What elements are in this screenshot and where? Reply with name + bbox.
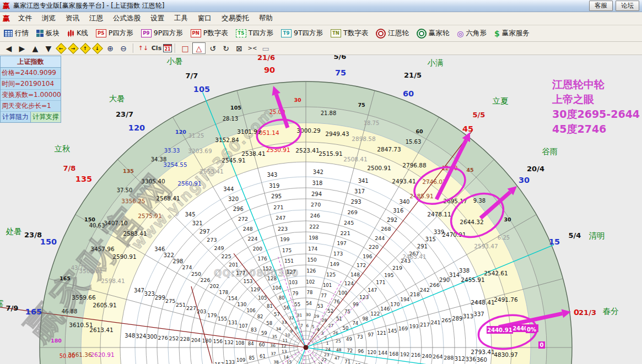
rotate-cw-icon[interactable]: ↻	[220, 43, 232, 53]
nav-right-icon[interactable]: ▶	[16, 43, 28, 53]
toolbar-t-square-button[interactable]: TST四方形	[232, 29, 277, 38]
cls-button[interactable]: Cls	[150, 43, 163, 53]
step-up-icon[interactable]: ↑	[80, 43, 91, 54]
toolbar-gann-wheel-button[interactable]: 江恩轮	[372, 29, 413, 39]
svg-text:81: 81	[267, 303, 273, 309]
svg-text:30: 30	[305, 312, 311, 317]
toolbar-sectors-button[interactable]: 板块	[33, 29, 63, 38]
svg-text:84: 84	[248, 341, 254, 346]
svg-text:7/7: 7/7	[186, 72, 198, 80]
svg-text:立夏: 立夏	[493, 96, 509, 105]
svg-text:2644.32: 2644.32	[460, 219, 483, 225]
menu-交易委托[interactable]: 交易委托	[217, 13, 254, 24]
svg-text:133: 133	[225, 360, 235, 364]
rotate-ccw-icon[interactable]: ↺	[207, 43, 219, 53]
nav-up-icon[interactable]: ▲	[29, 43, 41, 53]
svg-text:60: 60	[403, 89, 414, 98]
toolbar-9p-square-button[interactable]: P99P四方形	[137, 29, 187, 38]
screen-icon[interactable]: ▭	[260, 43, 272, 53]
annotation-line: 江恩轮中轮	[552, 77, 640, 92]
svg-text:313: 313	[463, 313, 473, 319]
toolbar-t-number-button[interactable]: TNT数字表	[327, 29, 372, 38]
collapse-icon[interactable]: ><	[246, 43, 258, 53]
svg-text:2613.41: 2613.41	[89, 327, 113, 333]
svg-text:347: 347	[134, 287, 144, 294]
toolbar-p-square-button[interactable]: PSP四方形	[92, 29, 137, 38]
square-tool-icon[interactable]: □	[179, 43, 191, 53]
toolbar-hexagon-button[interactable]: ◎六角形	[453, 29, 490, 38]
quotes-label: 行情	[15, 29, 29, 38]
nav-down-icon[interactable]: ▼	[42, 43, 55, 53]
panel-row-3: 周天变化步长=1	[1, 101, 61, 112]
toolbar-kline-button[interactable]: K线	[63, 29, 92, 38]
svg-text:2949.43: 2949.43	[325, 131, 349, 137]
box-x-icon[interactable]: ⊠	[233, 43, 245, 53]
svg-text:251: 251	[176, 302, 186, 308]
svg-text:7/8: 7/8	[63, 164, 76, 172]
svg-text:79: 79	[293, 291, 299, 296]
svg-text:34: 34	[276, 327, 281, 332]
svg-text:3305.40: 3305.40	[141, 178, 165, 184]
menu-江恩[interactable]: 江恩	[84, 13, 108, 24]
panel-row-0: 价格=2440.9099	[1, 68, 61, 79]
svg-text:135: 135	[123, 168, 134, 174]
step-down-icon[interactable]: ↓	[92, 43, 103, 54]
svg-text:11: 11	[282, 338, 288, 343]
svg-text:30: 30	[504, 216, 511, 222]
menu-窗口[interactable]: 窗口	[193, 13, 217, 24]
title-bar: 赢 赢家江恩专业版[赢家服务平台] - [上证指数 江恩轮] 客服 论坛	[0, 0, 642, 12]
svg-text:3203.69: 3203.69	[188, 148, 212, 154]
svg-text:316: 316	[393, 208, 403, 214]
svg-text:春分: 春分	[603, 307, 619, 316]
svg-text:28.13: 28.13	[223, 116, 239, 122]
svg-text:82: 82	[257, 314, 263, 319]
calendar-icon[interactable]: 21	[163, 44, 172, 52]
toolbar-9t-square-button[interactable]: T99T四方形	[277, 29, 327, 38]
menu-文件[interactable]: 文件	[13, 13, 37, 24]
toolbar-quotes-button[interactable]: 行情	[0, 29, 33, 38]
customer-service-button[interactable]: 客服	[589, 1, 613, 11]
svg-text:52: 52	[327, 308, 333, 314]
nav-left-icon[interactable]: ◀	[3, 43, 15, 53]
zoom-in-icon[interactable]: ⊕	[104, 43, 116, 53]
toolbar-winner-wheel-button[interactable]: 赢家轮	[413, 29, 454, 39]
main-toolbar: 行情板块K线PSP四方形P99P四方形PNP数字表TST四方形T99T四方形TN…	[0, 25, 642, 42]
zoom-out-icon[interactable]: ⊖	[117, 43, 130, 53]
menu-设置[interactable]: 设置	[145, 13, 169, 24]
menu-帮助[interactable]: 帮助	[254, 13, 278, 24]
svg-text:21/6: 21/6	[257, 55, 275, 62]
svg-text:99: 99	[353, 302, 359, 307]
triangle-tool-icon[interactable]: △	[192, 42, 206, 54]
updown-arrows-icon[interactable]: ↑↓	[137, 43, 149, 53]
svg-text:45: 45	[466, 167, 473, 173]
svg-text:6: 6	[306, 323, 309, 328]
menu-工具[interactable]: 工具	[169, 13, 193, 24]
menu-浏览[interactable]: 浏览	[37, 13, 61, 24]
toolbar-winner-service-button[interactable]: $赢家服务	[490, 29, 533, 38]
svg-text:46.88: 46.88	[62, 308, 78, 314]
svg-text:18.75: 18.75	[364, 120, 380, 126]
menu-公式选股[interactable]: 公式选股	[108, 13, 145, 24]
svg-text:12: 12	[281, 344, 287, 349]
svg-text:127: 127	[287, 269, 296, 275]
svg-text:272: 272	[238, 216, 248, 222]
svg-text:120: 120	[175, 129, 186, 135]
svg-text:148: 148	[350, 272, 360, 278]
svg-text:5/4: 5/4	[569, 231, 581, 240]
svg-text:4: 4	[317, 327, 320, 332]
toolbar-p-number-button[interactable]: PNP数字表	[187, 29, 232, 38]
svg-text:85: 85	[249, 355, 255, 361]
forum-button[interactable]: 论坛	[616, 1, 639, 11]
calc-support-button[interactable]: 计算支撑	[31, 112, 61, 122]
step-left-icon[interactable]: ←	[56, 43, 67, 54]
svg-text:270: 270	[311, 202, 321, 208]
svg-text:227: 227	[186, 305, 196, 311]
svg-text:125: 125	[326, 272, 336, 278]
annotation-line: 上帝之眼	[552, 92, 640, 107]
menu-资讯[interactable]: 资讯	[61, 13, 84, 24]
calc-resistance-button[interactable]: 计算阻力	[1, 112, 31, 122]
svg-text:9: 9	[290, 329, 293, 334]
svg-text:2508.41: 2508.41	[343, 156, 367, 162]
svg-text:129: 129	[251, 287, 260, 292]
step-right-icon[interactable]: →	[68, 43, 79, 54]
